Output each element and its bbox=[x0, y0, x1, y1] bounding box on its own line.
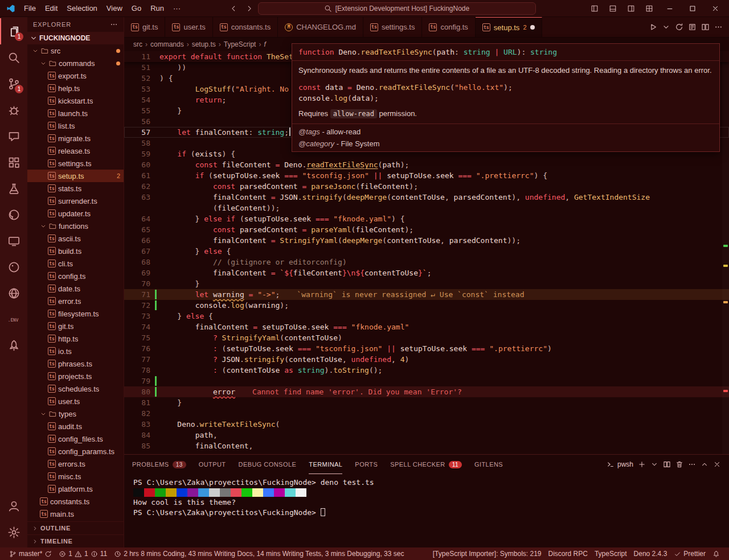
tree-file-list.ts[interactable]: tslist.ts bbox=[27, 120, 124, 132]
toggle-secondary-sidebar-icon[interactable] bbox=[623, 2, 639, 15]
tree-file-config_params.ts[interactable]: tsconfig_params.ts bbox=[27, 445, 124, 458]
tree-file-ascii.ts[interactable]: tsascii.ts bbox=[27, 232, 124, 245]
customize-layout-icon[interactable] bbox=[641, 2, 657, 15]
breadcrumb-item[interactable]: f bbox=[264, 40, 265, 48]
command-center-search[interactable]: [Extension Development Host] FuckingNode bbox=[258, 2, 536, 15]
menu-file[interactable]: File bbox=[19, 2, 40, 14]
activity-source-control[interactable]: 1 bbox=[0, 71, 27, 97]
section-outline[interactable]: OUTLINE bbox=[27, 521, 124, 534]
tab-constants.ts[interactable]: tsconstants.ts bbox=[213, 17, 278, 37]
tree-file-io.ts[interactable]: tsio.ts bbox=[27, 345, 124, 357]
panel-tab-output[interactable]: OUTPUT bbox=[199, 455, 226, 474]
tree-file-platform.ts[interactable]: tsplatform.ts bbox=[27, 483, 124, 495]
breadcrumb-item[interactable]: setup.ts bbox=[192, 40, 216, 48]
menu-go[interactable]: Go bbox=[127, 2, 146, 14]
tree-file-cli.ts[interactable]: tscli.ts bbox=[27, 257, 124, 270]
tree-folder-src[interactable]: src bbox=[27, 44, 124, 57]
code-line[interactable]: 63 finalContent = JSON.stringify(deepMer… bbox=[124, 192, 729, 203]
split-editor-icon[interactable] bbox=[699, 21, 711, 33]
status-notifications[interactable] bbox=[709, 547, 723, 560]
maximize-panel-icon[interactable] bbox=[701, 460, 708, 468]
activity-settings[interactable] bbox=[0, 519, 27, 545]
code-line[interactable]: 79 bbox=[124, 376, 729, 386]
status-deno-version[interactable]: Deno 2.4.3 bbox=[630, 547, 671, 560]
code-line[interactable]: 73 } else { bbox=[124, 311, 729, 322]
menu-edit[interactable]: Edit bbox=[40, 2, 62, 14]
code-line[interactable]: 66 finalContent = StringifyYaml(deepMerg… bbox=[124, 235, 729, 246]
overview-ruler[interactable] bbox=[722, 51, 729, 454]
menu-view[interactable]: View bbox=[102, 2, 127, 14]
window-maximize-button[interactable] bbox=[682, 2, 703, 15]
panel-tab-gitlens[interactable]: GITLENS bbox=[474, 455, 503, 474]
tree-file-migrate.ts[interactable]: tsmigrate.ts bbox=[27, 132, 124, 145]
tree-file-stats.ts[interactable]: tsstats.ts bbox=[27, 182, 124, 195]
panel-tab-debug-console[interactable]: DEBUG CONSOLE bbox=[239, 455, 297, 474]
terminal-output[interactable]: PS C:\Users\Zaka\proyectitos\FuckingNode… bbox=[124, 474, 729, 547]
tree-file-build.ts[interactable]: tsbuild.ts bbox=[27, 245, 124, 257]
tree-file-main.ts[interactable]: tsmain.ts bbox=[27, 508, 124, 520]
status-time-tracker[interactable]: 2 hrs 8 mins Coding, 43 mins Writing Doc… bbox=[110, 547, 407, 560]
status-discord-rpc[interactable]: Discord RPC bbox=[545, 547, 591, 560]
run-dropdown-icon[interactable] bbox=[660, 21, 672, 33]
code-line[interactable]: 84 path, bbox=[124, 430, 729, 440]
tree-file-filesystem.ts[interactable]: tsfilesystem.ts bbox=[27, 307, 124, 320]
panel-tab-terminal[interactable]: TERMINAL bbox=[309, 455, 342, 474]
code-line[interactable]: 68 // (gitignore or editorconfig) bbox=[124, 257, 729, 267]
tree-file-constants.ts[interactable]: tsconstants.ts bbox=[27, 495, 124, 508]
toggle-sidebar-icon[interactable] bbox=[587, 2, 603, 15]
run-file-button-icon[interactable] bbox=[647, 21, 659, 33]
code-line[interactable]: 74 finalContent = setupToUse.seek === "f… bbox=[124, 322, 729, 332]
new-terminal-icon[interactable] bbox=[638, 460, 646, 468]
tree-file-user.ts[interactable]: tsuser.ts bbox=[27, 395, 124, 407]
tree-file-http.ts[interactable]: tshttp.ts bbox=[27, 332, 124, 345]
code-line[interactable]: 61 if (setupToUse.seek === "tsconfig.jso… bbox=[124, 170, 729, 181]
code-line[interactable]: 69 finalContent = `${fileContent}\n${con… bbox=[124, 267, 729, 278]
tree-file-export.ts[interactable]: tsexport.ts bbox=[27, 69, 124, 82]
code-line[interactable]: 85 finalContent, bbox=[124, 440, 729, 451]
activity-search[interactable] bbox=[0, 44, 27, 71]
tree-file-surrender.ts[interactable]: tssurrender.ts bbox=[27, 195, 124, 207]
tree-file-errors.ts[interactable]: tserrors.ts bbox=[27, 458, 124, 470]
terminal-more-actions-icon[interactable] bbox=[688, 460, 696, 468]
breadcrumb-item[interactable]: src bbox=[133, 40, 142, 48]
tree-file-setup.ts[interactable]: tssetup.ts2 bbox=[27, 170, 124, 182]
code-line[interactable]: 77 ? JSON.stringify(contentToUse, undefi… bbox=[124, 354, 729, 365]
code-line[interactable]: 76 : (setupToUse.seek === "tsconfig.json… bbox=[124, 343, 729, 354]
tree-file-release.ts[interactable]: tsrelease.ts bbox=[27, 145, 124, 157]
menu-run[interactable]: Run bbox=[146, 2, 169, 14]
nav-forward-icon[interactable] bbox=[242, 3, 257, 14]
open-outline-icon[interactable] bbox=[686, 21, 698, 33]
tree-file-config.ts[interactable]: tsconfig.ts bbox=[27, 270, 124, 282]
status-problems[interactable]: 1111 bbox=[55, 547, 110, 560]
tree-file-audit.ts[interactable]: tsaudit.ts bbox=[27, 420, 124, 433]
tab-settings.ts[interactable]: tssettings.ts bbox=[363, 17, 423, 37]
status-prettier[interactable]: Prettier bbox=[670, 547, 709, 560]
activity-explorer[interactable]: 1 bbox=[0, 18, 27, 44]
activity-remote-explorer[interactable] bbox=[0, 228, 27, 254]
status-git-branch[interactable]: master* bbox=[6, 547, 55, 560]
activity-dotenv[interactable]: .ENV bbox=[0, 306, 27, 332]
activity-accounts[interactable] bbox=[0, 493, 27, 519]
code-line[interactable]: 83 Deno.writeTextFileSync( bbox=[124, 419, 729, 430]
close-panel-icon[interactable] bbox=[713, 460, 721, 468]
tree-file-settings.ts[interactable]: tssettings.ts bbox=[27, 157, 124, 170]
workspace-root[interactable]: FUCKINGNODE bbox=[27, 32, 124, 44]
code-line[interactable]: 80 errorCannot find name 'error'. Did yo… bbox=[124, 386, 729, 397]
tab-config.ts[interactable]: tsconfig.ts bbox=[422, 17, 475, 37]
breadcrumb-item[interactable]: commands bbox=[150, 40, 184, 48]
tree-file-updater.ts[interactable]: tsupdater.ts bbox=[27, 207, 124, 220]
activity-extensions[interactable] bbox=[0, 149, 27, 175]
code-line[interactable]: 81 } bbox=[124, 397, 729, 408]
code-line[interactable]: 78 : (contentToUse as string).toString()… bbox=[124, 365, 729, 376]
status-ts-importer[interactable]: [TypeScript Importer]: Symbols: 219 bbox=[429, 547, 545, 560]
open-changes-icon[interactable] bbox=[673, 21, 685, 33]
tree-folder-functions[interactable]: functions bbox=[27, 220, 124, 232]
tree-folder-commands[interactable]: commands bbox=[27, 57, 124, 69]
tab-user.ts[interactable]: tsuser.ts bbox=[165, 17, 212, 37]
tree-file-schedules.ts[interactable]: tsschedules.ts bbox=[27, 382, 124, 395]
tab-git.ts[interactable]: tsgit.ts bbox=[124, 17, 165, 37]
activity-deploy[interactable] bbox=[0, 332, 27, 359]
panel-tab-spell-checker[interactable]: SPELL CHECKER11 bbox=[390, 455, 462, 474]
tree-file-error.ts[interactable]: tserror.ts bbox=[27, 295, 124, 307]
tab-CHANGELOG.md[interactable]: MCHANGELOG.md bbox=[278, 17, 363, 37]
